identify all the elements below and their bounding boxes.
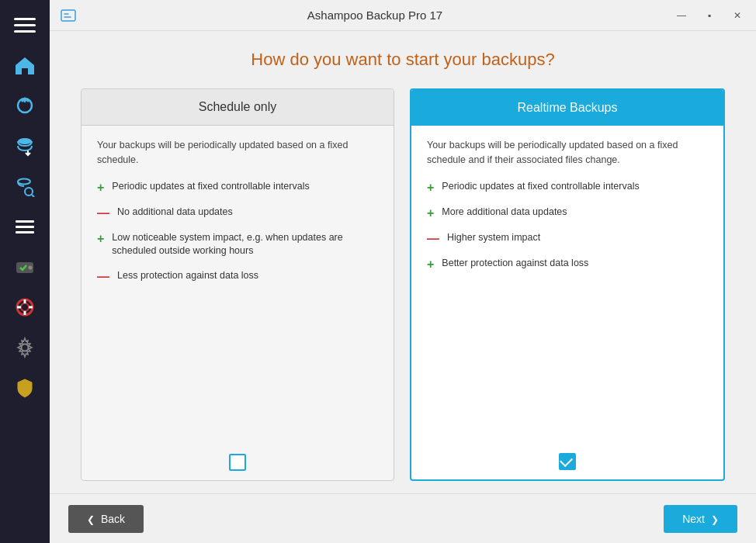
feature-item: + Better protection against data loss	[427, 257, 708, 272]
minimize-button[interactable]: —	[669, 5, 694, 26]
back-label: Back	[101, 513, 125, 525]
svg-rect-0	[14, 18, 36, 20]
svg-point-5	[18, 179, 30, 185]
close-button[interactable]: ✕	[725, 5, 750, 26]
feature-text: No additional data updates	[117, 206, 233, 220]
feature-item: + Periodic updates at fixed controllable…	[97, 180, 378, 195]
plus-icon: +	[427, 206, 434, 220]
card-realtime-footer	[411, 444, 723, 479]
svg-rect-2	[14, 30, 36, 33]
card-schedule-body: Your backups will be periodically update…	[81, 126, 394, 444]
feature-text: Better protection against data loss	[442, 257, 588, 271]
sidebar-item-check-drive[interactable]	[6, 248, 43, 285]
next-button[interactable]: Next	[664, 505, 737, 533]
maximize-button[interactable]: ▪	[697, 5, 722, 26]
feature-text: Higher system impact	[447, 231, 540, 245]
plus-icon: +	[97, 180, 104, 195]
svg-point-6	[25, 188, 33, 195]
feature-item: + More additional data updates	[427, 206, 708, 220]
svg-point-4	[18, 138, 32, 144]
cards-row: Schedule only Your backups will be perio…	[81, 88, 725, 481]
feature-item: — No additional data updates	[97, 206, 378, 220]
sidebar-item-search-db[interactable]	[6, 168, 43, 205]
svg-point-14	[21, 303, 29, 311]
card-realtime[interactable]: Realtime Backups Your backups will be pe…	[410, 88, 725, 481]
card-schedule-features: + Periodic updates at fixed controllable…	[97, 180, 378, 285]
svg-point-19	[22, 344, 29, 351]
content-area: How do you want to start your backups? S…	[50, 31, 756, 493]
bottom-bar: Back Next	[50, 493, 756, 543]
feature-text: Periodic updates at fixed controllable i…	[112, 180, 309, 194]
feature-item: — Less protection against data loss	[97, 269, 378, 284]
schedule-checkbox[interactable]	[229, 454, 246, 471]
minus-icon: —	[97, 269, 109, 284]
card-realtime-header: Realtime Backups	[411, 90, 723, 126]
feature-text: Low noticeable system impact, e.g. when …	[112, 231, 378, 258]
page-heading: How do you want to start your backups?	[81, 50, 725, 70]
next-label: Next	[682, 513, 705, 525]
sidebar-item-lifesaver[interactable]	[6, 289, 43, 326]
svg-point-12	[29, 266, 33, 270]
sidebar-item-settings[interactable]	[6, 329, 43, 366]
titlebar: Ashampoo Backup Pro 17 — ▪ ✕	[50, 0, 756, 31]
app-title: Ashampoo Backup Pro 17	[81, 9, 669, 22]
card-schedule-header: Schedule only	[81, 89, 394, 126]
card-realtime-body: Your backups will be periodically update…	[411, 126, 723, 444]
plus-icon: +	[427, 180, 434, 195]
feature-text: More additional data updates	[442, 206, 567, 220]
feature-item: + Periodic updates at fixed controllable…	[427, 180, 708, 195]
title-icon	[56, 5, 81, 26]
card-schedule-only[interactable]: Schedule only Your backups will be perio…	[81, 88, 394, 481]
sidebar-item-shield[interactable]	[6, 369, 43, 406]
realtime-checkbox[interactable]	[559, 453, 576, 470]
back-arrow-icon	[87, 513, 95, 525]
window-controls: — ▪ ✕	[669, 5, 750, 26]
feature-item: + Low noticeable system impact, e.g. whe…	[97, 231, 378, 258]
feature-text: Less protection against data loss	[117, 269, 258, 283]
svg-line-7	[32, 195, 34, 197]
plus-icon: +	[427, 257, 434, 272]
sidebar-item-upload[interactable]	[6, 127, 43, 164]
feature-item: — Higher system impact	[427, 231, 708, 246]
sidebar-item-sync[interactable]	[6, 87, 43, 124]
sidebar-item-list[interactable]	[6, 208, 43, 245]
svg-rect-20	[61, 10, 75, 21]
card-realtime-features: + Periodic updates at fixed controllable…	[427, 180, 708, 272]
svg-rect-9	[16, 226, 34, 228]
card-schedule-description: Your backups will be periodically update…	[97, 138, 378, 168]
back-button[interactable]: Back	[68, 505, 144, 533]
sidebar-item-menu[interactable]	[6, 6, 43, 43]
minus-icon: —	[97, 206, 109, 220]
minus-icon: —	[427, 231, 439, 246]
plus-icon: +	[97, 231, 104, 246]
sidebar	[0, 0, 50, 543]
svg-rect-10	[16, 231, 34, 233]
card-realtime-description: Your backups will be periodically update…	[427, 138, 708, 168]
feature-text: Periodic updates at fixed controllable i…	[442, 180, 639, 194]
main-area: Ashampoo Backup Pro 17 — ▪ ✕ How do you …	[50, 0, 756, 543]
sidebar-item-home[interactable]	[6, 47, 43, 84]
svg-rect-1	[14, 24, 36, 26]
next-arrow-icon	[711, 513, 719, 525]
card-schedule-footer	[81, 444, 394, 480]
svg-rect-8	[16, 220, 34, 223]
